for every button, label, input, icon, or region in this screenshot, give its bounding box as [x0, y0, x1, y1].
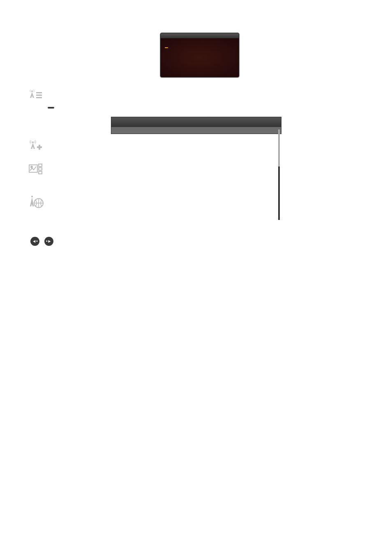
svg-rect-3 [36, 97, 42, 98]
svg-point-8 [31, 166, 32, 168]
stereo-badge [165, 47, 168, 48]
svg-point-0 [31, 90, 33, 92]
svg-rect-11 [39, 171, 42, 174]
radio-date [161, 33, 239, 38]
frequency-display [165, 57, 232, 68]
slideshow-icon [29, 163, 44, 177]
volume-up-icon: •► [44, 237, 53, 246]
svg-rect-10 [39, 168, 42, 170]
svg-rect-9 [39, 164, 42, 166]
station-list-titlebar [111, 117, 281, 127]
svg-point-4 [32, 141, 34, 143]
radio-display [160, 33, 239, 77]
svg-rect-7 [29, 165, 37, 172]
svg-point-12 [31, 196, 33, 197]
station-list-panel [111, 117, 281, 134]
add-station-icon [29, 140, 44, 154]
svg-rect-2 [36, 95, 42, 96]
volume-down-icon: ◄• [30, 237, 39, 246]
svg-rect-6 [39, 145, 40, 150]
scrollbar[interactable] [278, 130, 280, 220]
scrollbar-thumb[interactable] [278, 130, 280, 166]
svg-rect-1 [36, 92, 42, 93]
dtv-icon [29, 195, 44, 211]
ok-button-graphic [48, 107, 54, 109]
saved-stations-icon [29, 89, 44, 103]
